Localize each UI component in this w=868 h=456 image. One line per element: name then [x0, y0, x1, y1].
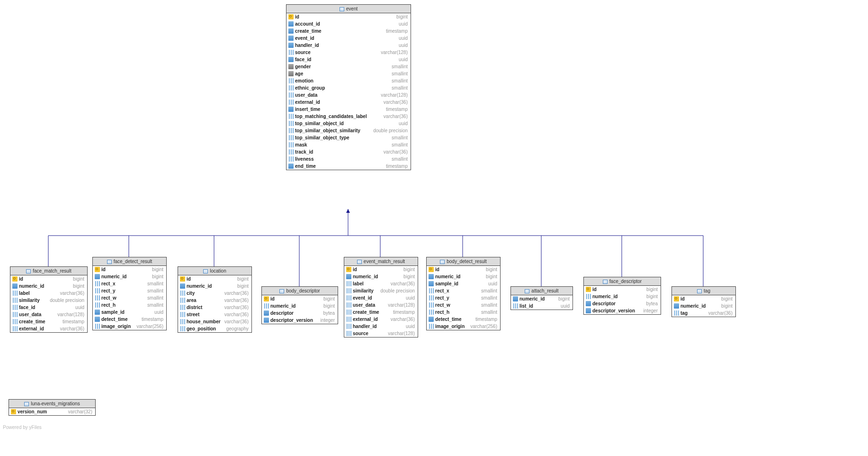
column-type: bytea: [323, 310, 335, 316]
column-co-icon: [346, 331, 351, 336]
column-type: varchar(36): [224, 305, 249, 310]
table-face_descriptor: face_descriptoridbigintnumeric_idbigintd…: [583, 277, 661, 315]
column-type: varchar(128): [57, 312, 84, 317]
column-row: user_datavarchar(128): [286, 91, 411, 99]
column-fb-icon: [429, 281, 434, 286]
table-header: body_detect_result: [427, 257, 500, 266]
column-pk-icon: [11, 409, 16, 414]
column-pk-icon: [264, 296, 269, 301]
column-type: bigint: [558, 296, 570, 301]
column-name: numeric_id: [346, 274, 378, 279]
column-name: top_similar_object_similarity: [288, 128, 360, 133]
column-row: numeric_idbigint: [344, 273, 418, 280]
column-type: uuid: [488, 281, 497, 286]
table-header: attach_result: [511, 287, 573, 295]
column-fb-icon: [180, 283, 185, 289]
column-type: uuid: [399, 21, 408, 27]
column-co-icon: [12, 326, 18, 331]
column-fb-icon: [346, 274, 351, 279]
column-fg-icon: [288, 71, 294, 76]
column-type: bigint: [152, 267, 163, 272]
column-fb-icon: [95, 310, 100, 315]
column-name: end_time: [288, 164, 316, 169]
table-location: locationidbigintnumeric_idbigintcityvarc…: [178, 266, 252, 333]
column-row: numeric_idbigint: [10, 283, 87, 290]
table-body_descriptor: body_descriptoridbigintnumeric_idbigintd…: [261, 286, 338, 324]
column-row: handler_iduuid: [286, 42, 411, 49]
column-type: smallint: [392, 142, 408, 147]
column-name: create_time: [12, 319, 45, 324]
column-type: bigint: [237, 276, 249, 282]
column-co-icon: [429, 324, 434, 329]
column-type: varchar(36): [384, 114, 408, 119]
column-pk-icon: [12, 276, 18, 282]
table-header: face_match_result: [10, 267, 87, 275]
column-name: descriptor_version: [264, 318, 313, 323]
column-type: smallint: [147, 281, 163, 286]
column-row: create_timetimestamp: [10, 318, 87, 325]
column-name: id: [674, 296, 685, 301]
column-fb-icon: [95, 274, 100, 279]
column-row: insert_timetimestamp: [286, 106, 411, 113]
table-icon: [279, 289, 284, 293]
column-row: tagvarchar(36): [672, 310, 735, 317]
column-name: external_id: [346, 317, 378, 322]
column-row: face_iduuid: [10, 304, 87, 311]
table-header: face_descriptor: [584, 277, 661, 286]
column-type: uuid: [406, 295, 415, 301]
column-name: area: [180, 298, 197, 303]
column-fb-icon: [288, 57, 294, 62]
table-header: event: [286, 5, 411, 13]
column-co-icon: [346, 324, 351, 329]
column-row: rect_xsmallint: [93, 280, 166, 287]
column-row: account_iduuid: [286, 20, 411, 27]
column-type: bigint: [721, 296, 733, 301]
column-type: timestamp: [475, 317, 497, 322]
column-type: bigint: [486, 267, 497, 272]
column-name: face_id: [12, 305, 35, 310]
column-co-icon: [346, 317, 351, 322]
column-pk-icon: [586, 287, 591, 292]
column-type: smallint: [147, 302, 163, 308]
column-name: age: [288, 71, 303, 76]
table-header: event_match_result: [344, 257, 418, 266]
column-type: varchar(36): [60, 326, 84, 331]
column-row: geo_positiongeography: [178, 325, 251, 332]
column-co-icon: [346, 310, 351, 315]
table-face_detect_result: face_detect_resultidbigintnumeric_idbigi…: [92, 257, 167, 330]
column-row: sample_iduuid: [93, 309, 166, 316]
column-row: gendersmallint: [286, 63, 411, 70]
column-row: idbigint: [584, 286, 661, 293]
column-row: idbigint: [178, 275, 251, 283]
table-icon: [525, 289, 529, 293]
column-row: external_idvarchar(36): [10, 325, 87, 332]
column-fb-icon: [288, 36, 294, 41]
column-co-icon: [288, 128, 294, 133]
column-co-icon: [180, 298, 185, 303]
column-name: detect_time: [95, 317, 128, 322]
column-name: street: [180, 312, 199, 317]
column-co-icon: [95, 302, 100, 308]
credit-text: Powered by yFiles: [3, 425, 42, 430]
column-row: numeric_idbigint: [584, 293, 661, 300]
column-row: sourcevarchar(128): [286, 49, 411, 56]
column-type: uuid: [399, 121, 408, 126]
column-name: face_id: [288, 57, 311, 62]
column-fb-icon: [288, 28, 294, 34]
column-row: face_iduuid: [286, 56, 411, 63]
column-type: double precision: [50, 298, 84, 303]
table-title: tag: [704, 288, 710, 293]
column-type: double precision: [373, 128, 408, 133]
table-header: location: [178, 267, 251, 275]
column-row: agesmallint: [286, 70, 411, 77]
column-type: smallint: [147, 288, 163, 293]
column-type: varchar(36): [224, 312, 249, 317]
column-fb-icon: [288, 21, 294, 27]
column-row: external_idvarchar(36): [286, 99, 411, 106]
table-title: event: [346, 6, 358, 11]
column-fb-icon: [264, 310, 269, 316]
column-name: rect_w: [95, 295, 116, 301]
column-co-icon: [346, 302, 351, 308]
column-name: version_num: [11, 409, 47, 414]
column-row: labelvarchar(36): [10, 290, 87, 297]
